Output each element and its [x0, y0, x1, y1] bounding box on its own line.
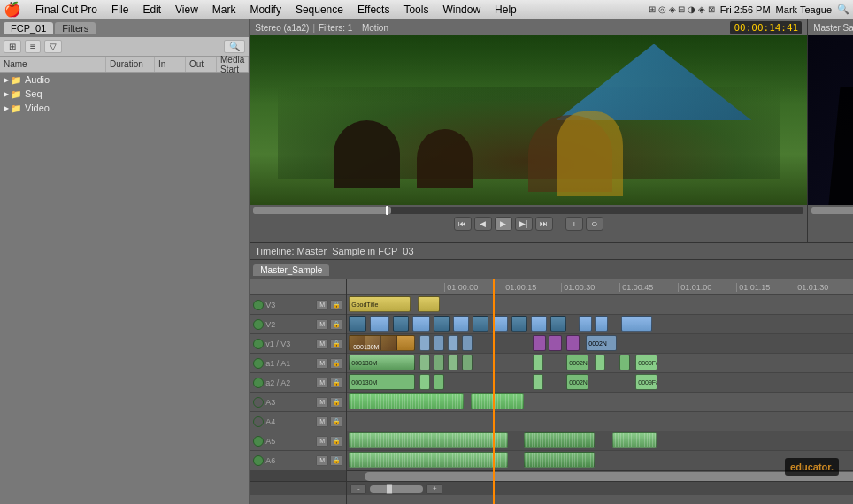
track-row-v1[interactable]: 000130M 0002N: [347, 334, 853, 354]
clip-v2-5[interactable]: [434, 316, 450, 332]
a5-indicator[interactable]: [253, 436, 264, 447]
clip-a1-3[interactable]: [434, 355, 444, 370]
col-in[interactable]: In: [155, 57, 186, 72]
viewer-screen[interactable]: [250, 35, 807, 205]
a3-waveform-2[interactable]: [471, 393, 524, 409]
a3-waveform-1[interactable]: [349, 393, 464, 409]
clip-v1-main[interactable]: 000130M: [349, 335, 415, 351]
search-icon[interactable]: 🔍: [837, 4, 849, 15]
mark-out-btn[interactable]: O: [586, 217, 603, 231]
a6-waveform-1[interactable]: [349, 452, 508, 468]
clip-v2-small1[interactable]: [579, 316, 592, 332]
zoom-in-btn[interactable]: +: [426, 484, 442, 494]
v1-lock-btn[interactable]: 🔒: [330, 339, 342, 349]
a3-lock-btn[interactable]: 🔒: [330, 397, 342, 408]
a2-mute-btn[interactable]: M: [316, 378, 328, 388]
clip-a1-2[interactable]: [419, 355, 430, 370]
a1-mute-btn[interactable]: M: [316, 358, 328, 369]
browser-tab-filters[interactable]: Filters: [55, 22, 96, 34]
browser-list-btn[interactable]: ≡: [25, 40, 41, 53]
clip-a1-9[interactable]: [619, 355, 630, 370]
menu-file[interactable]: File: [104, 2, 135, 18]
menu-view[interactable]: View: [168, 2, 205, 18]
clip-a2-000fa[interactable]: 0009Fa: [635, 374, 657, 390]
clip-a1-7[interactable]: 0002N: [566, 355, 588, 370]
clip-v2-2[interactable]: [370, 316, 389, 332]
a1-lock-btn[interactable]: 🔒: [330, 358, 342, 369]
clip-v1-2[interactable]: [419, 335, 430, 351]
go-to-start-btn[interactable]: ⏮: [454, 217, 472, 231]
a5-lock-btn[interactable]: 🔒: [330, 436, 342, 447]
browser-view-btn[interactable]: ⊞: [4, 40, 21, 53]
col-name[interactable]: Name: [0, 57, 106, 72]
v3-mute-btn[interactable]: M: [316, 300, 328, 310]
menu-effects[interactable]: Effects: [350, 2, 396, 18]
v2-indicator[interactable]: [253, 319, 264, 330]
browser-tab-fcp01[interactable]: FCP_01: [4, 22, 53, 34]
track-row-a4[interactable]: [347, 412, 853, 431]
browser-search-btn[interactable]: 🔍: [224, 40, 245, 53]
col-mediastart[interactable]: Media Start: [217, 57, 249, 72]
a2-lock-btn[interactable]: 🔒: [330, 378, 342, 388]
track-row-v2[interactable]: [347, 315, 853, 334]
clip-a1-5[interactable]: [462, 355, 473, 370]
clip-a2-2[interactable]: [419, 374, 430, 390]
a5-waveform-3[interactable]: [612, 432, 657, 448]
clip-v2-4[interactable]: [412, 316, 430, 332]
clip-v1-4[interactable]: [448, 335, 458, 351]
col-duration[interactable]: Duration: [106, 57, 155, 72]
clip-v1-3[interactable]: [434, 335, 444, 351]
clip-v2-3[interactable]: [393, 316, 409, 332]
clip-a2-3[interactable]: [434, 374, 444, 390]
list-item-video[interactable]: ▶ 📁 Video: [0, 101, 249, 115]
menu-tools[interactable]: Tools: [396, 2, 435, 18]
clip-a1-4[interactable]: [448, 355, 458, 370]
next-frame-btn[interactable]: ▶|: [515, 217, 533, 231]
a6-lock-btn[interactable]: 🔒: [330, 455, 342, 466]
a2-indicator[interactable]: [253, 378, 264, 388]
clip-a1-000fa[interactable]: 0009Fa: [635, 355, 657, 370]
canvas-scrubber[interactable]: [811, 207, 853, 214]
play-btn[interactable]: ▶: [495, 217, 512, 231]
clip-v3-small[interactable]: [418, 296, 440, 312]
clip-v2-8[interactable]: [492, 316, 508, 332]
list-item-seq[interactable]: ▶ 📁 Seq: [0, 87, 249, 101]
menu-edit[interactable]: Edit: [135, 2, 168, 18]
track-row-a3[interactable]: [347, 393, 853, 412]
prev-frame-btn[interactable]: ◀: [474, 217, 492, 231]
zoom-out-btn[interactable]: -: [350, 484, 366, 494]
clip-v1-5[interactable]: [462, 335, 473, 351]
a5-mute-btn[interactable]: M: [316, 436, 328, 447]
menu-modify[interactable]: Modify: [243, 2, 288, 18]
clip-v2-small3[interactable]: [621, 316, 652, 332]
menu-finalcutpro[interactable]: Final Cut Pro: [28, 2, 104, 18]
clip-a2-4[interactable]: [533, 374, 543, 390]
clip-a1-8[interactable]: [595, 355, 605, 370]
menu-window[interactable]: Window: [435, 2, 488, 18]
a4-indicator[interactable]: [253, 416, 264, 427]
clip-goodtitle[interactable]: GoodTitle: [349, 296, 411, 312]
clip-v2-1[interactable]: [349, 316, 366, 332]
col-out[interactable]: Out: [186, 57, 217, 72]
v1-mute-btn[interactable]: M: [316, 339, 328, 349]
a4-lock-btn[interactable]: 🔒: [330, 416, 342, 427]
clip-a2-1[interactable]: 000130M: [349, 374, 415, 390]
viewer-scrubber[interactable]: [253, 207, 803, 214]
clip-a1-1[interactable]: 000130M: [349, 355, 415, 370]
clip-a1-6[interactable]: [533, 355, 543, 370]
track-row-a5[interactable]: [347, 431, 853, 451]
clip-v2-6[interactable]: [453, 316, 469, 332]
track-row-v3[interactable]: GoodTitle: [347, 295, 853, 315]
a6-waveform-2[interactable]: [524, 452, 595, 468]
v3-lock-btn[interactable]: 🔒: [330, 300, 342, 310]
a5-waveform-1[interactable]: [349, 432, 508, 448]
apple-menu[interactable]: 🍎: [4, 1, 21, 18]
a5-waveform-2[interactable]: [524, 432, 595, 448]
v1-indicator[interactable]: [253, 339, 264, 349]
clip-v2-10[interactable]: [531, 316, 547, 332]
a1-indicator[interactable]: [253, 358, 264, 369]
clip-v1-7[interactable]: [549, 335, 562, 351]
scroll-thumb[interactable]: [365, 472, 853, 481]
timeline-horizontal-scrollbar[interactable]: [347, 470, 853, 481]
menu-mark[interactable]: Mark: [205, 2, 243, 18]
